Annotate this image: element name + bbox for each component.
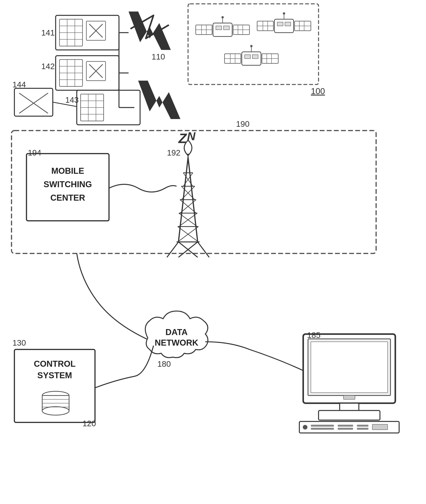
svg-point-118 [303, 425, 307, 430]
svg-rect-114 [343, 396, 355, 399]
svg-rect-121 [338, 425, 353, 427]
svg-text:SWITCHING: SWITCHING [43, 180, 92, 189]
main-diagram-svg: Z N [0, 0, 426, 504]
svg-point-48 [221, 16, 224, 18]
svg-rect-119 [311, 425, 334, 427]
svg-rect-75 [245, 55, 250, 58]
svg-rect-27 [14, 88, 53, 116]
svg-text:100: 100 [311, 86, 325, 96]
svg-point-107 [42, 407, 69, 415]
svg-text:143: 143 [65, 95, 79, 104]
svg-text:SYSTEM: SYSTEM [37, 371, 72, 380]
svg-text:180: 180 [157, 360, 171, 368]
svg-text:142: 142 [41, 62, 55, 71]
svg-text:110: 110 [152, 52, 165, 61]
svg-text:120: 120 [83, 419, 96, 428]
svg-text:CONTROL: CONTROL [34, 359, 76, 368]
svg-rect-124 [357, 428, 369, 430]
svg-rect-113 [311, 342, 388, 393]
svg-text:185: 185 [307, 331, 320, 340]
svg-rect-115 [340, 403, 359, 411]
svg-text:141: 141 [41, 28, 55, 37]
svg-text:Z: Z [178, 131, 187, 146]
svg-text:DATA: DATA [165, 327, 188, 337]
svg-text:144: 144 [13, 80, 26, 89]
svg-rect-63 [285, 22, 291, 26]
svg-text:N: N [187, 130, 196, 143]
svg-rect-120 [311, 428, 334, 430]
svg-text:CENTER: CENTER [50, 193, 85, 202]
svg-point-61 [283, 12, 285, 14]
svg-text:192: 192 [167, 148, 180, 157]
svg-text:MOBILE: MOBILE [51, 166, 84, 175]
svg-point-74 [250, 45, 253, 47]
svg-rect-50 [224, 26, 229, 30]
svg-rect-125 [372, 424, 388, 430]
diagram-container: Z N [0, 0, 426, 504]
svg-rect-116 [319, 410, 380, 420]
svg-text:130: 130 [13, 338, 26, 347]
svg-rect-76 [252, 55, 258, 58]
svg-marker-36 [138, 81, 180, 119]
svg-text:NETWORK: NETWORK [155, 338, 199, 347]
svg-text:190: 190 [236, 119, 249, 129]
svg-rect-62 [277, 22, 283, 26]
svg-text:194: 194 [28, 148, 41, 157]
svg-rect-49 [216, 26, 222, 30]
svg-rect-37 [188, 4, 319, 85]
svg-rect-122 [338, 428, 353, 430]
svg-rect-123 [357, 425, 369, 427]
